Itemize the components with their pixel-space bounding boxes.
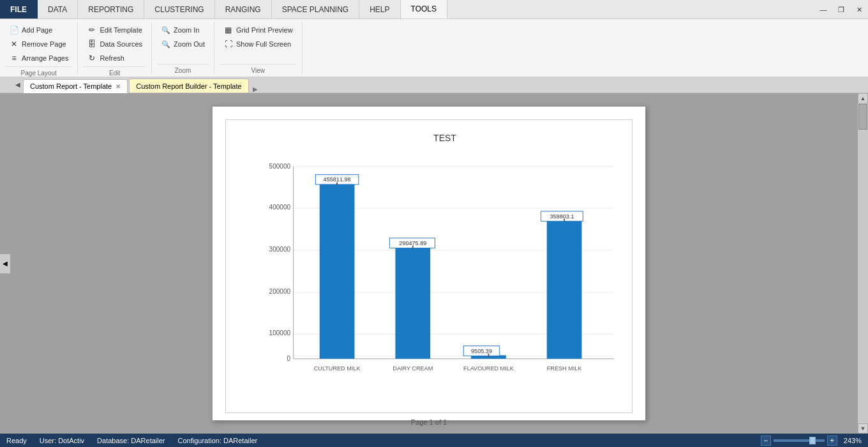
zoom-decrease-button[interactable]: − (761, 436, 771, 446)
svg-text:455811.98: 455811.98 (324, 176, 351, 183)
status-ready: Ready (6, 437, 27, 444)
minimize-button[interactable]: — (814, 3, 832, 17)
page-container: TEST 0 100000 200000 (212, 106, 646, 421)
edit-template-button[interactable]: ✏ Edit Template (83, 23, 146, 37)
edit-label: Edit (83, 66, 146, 77)
page-layout-label: Page Layout (5, 66, 72, 77)
zoom-in-button[interactable]: 🔍 Zoom In (157, 23, 209, 37)
close-button[interactable]: ✕ (850, 3, 868, 17)
bar-fresh-milk (547, 220, 582, 359)
main-content-area: ◀ TEST 0 (0, 93, 868, 434)
zoom-control: − + 243% (761, 436, 862, 446)
scroll-thumb[interactable] (858, 104, 867, 130)
status-right: − + 243% (761, 436, 862, 446)
svg-text:400000: 400000 (269, 204, 291, 211)
status-configuration: Configuration: DARetailer (177, 437, 257, 444)
data-sources-icon: 🗄 (87, 39, 97, 49)
scroll-down-button[interactable]: ▼ (858, 423, 868, 434)
tab-help[interactable]: HELP (359, 0, 400, 19)
bar-cultured-milk (320, 183, 355, 359)
page-footer: Page 1 of 1 (225, 413, 632, 426)
grid-print-preview-icon: ▦ (223, 25, 234, 35)
data-sources-button[interactable]: 🗄 Data Sources (83, 37, 146, 51)
ribbon-group-edit: ✏ Edit Template 🗄 Data Sources ↻ Refresh… (78, 22, 152, 74)
tab-file[interactable]: FILE (0, 0, 38, 19)
show-full-screen-button[interactable]: ⛶ Show Full Screen (220, 37, 297, 51)
document-tabs-bar: ◀ Custom Report - Template ✕ Custom Repo… (0, 77, 868, 93)
tab-data[interactable]: DATA (38, 0, 78, 19)
tab-reporting[interactable]: REPORTING (78, 0, 144, 19)
grid-print-preview-button[interactable]: ▦ Grid Print Preview (220, 23, 297, 37)
doc-tab-custom-report-template[interactable]: Custom Report - Template ✕ (23, 79, 128, 93)
svg-text:200000: 200000 (269, 288, 291, 295)
zoom-slider-thumb[interactable] (809, 437, 816, 444)
zoom-increase-button[interactable]: + (827, 436, 837, 446)
doc-tab-label: Custom Report - Template (30, 82, 112, 90)
x-label-cultured-milk: CULTURED MILK (314, 365, 361, 372)
add-page-button[interactable]: 📄 Add Page (5, 23, 72, 37)
tab-clustering[interactable]: CLUSTERING (144, 0, 214, 19)
arrange-pages-icon: ≡ (9, 53, 19, 63)
zoom-level: 243% (844, 437, 862, 444)
scroll-up-button[interactable]: ▲ (858, 93, 868, 103)
scroll-left-button[interactable]: ◀ (0, 254, 10, 273)
ribbon-group-page-layout: 📄 Add Page ✕ Remove Page ≡ Arrange Pages… (0, 22, 78, 74)
zoom-out-button[interactable]: 🔍 Zoom Out (157, 37, 209, 51)
vertical-scrollbar[interactable]: ▲ ▼ (858, 93, 868, 434)
refresh-icon: ↻ (87, 53, 97, 63)
view-label: View (220, 64, 297, 74)
add-page-icon: 📄 (9, 25, 19, 35)
tab-tools[interactable]: TOOLS (401, 0, 447, 19)
zoom-out-icon: 🔍 (161, 39, 171, 49)
svg-text:0: 0 (287, 355, 290, 362)
doc-tab-close[interactable]: ✕ (116, 83, 121, 90)
svg-text:359803.1: 359803.1 (550, 213, 574, 220)
zoom-in-icon: 🔍 (161, 25, 171, 35)
x-label-fresh-milk: FRESH MILK (547, 365, 582, 372)
svg-text:290475.89: 290475.89 (399, 240, 426, 246)
doc-tab-scroll-right[interactable]: ▶ (253, 86, 258, 93)
x-label-flavoured-milk: FLAVOURED MILK (463, 365, 514, 372)
arrange-pages-button[interactable]: ≡ Arrange Pages (5, 51, 72, 65)
status-user: User: DotActiv (40, 437, 84, 444)
show-full-screen-icon: ⛶ (223, 39, 234, 49)
svg-text:300000: 300000 (269, 246, 291, 253)
tab-scroll-left[interactable]: ◀ (13, 77, 23, 93)
content-area: TEST 0 100000 200000 (0, 93, 858, 434)
chart-svg: 0 100000 200000 300000 400000 500000 455… (264, 149, 625, 405)
svg-text:100000: 100000 (269, 330, 291, 337)
ribbon-group-view: ▦ Grid Print Preview ⛶ Show Full Screen … (214, 22, 303, 74)
refresh-button[interactable]: ↻ Refresh (83, 51, 146, 65)
remove-page-button[interactable]: ✕ Remove Page (5, 37, 72, 51)
status-database: Database: DARetailer (97, 437, 165, 444)
restore-button[interactable]: ❐ (832, 3, 850, 17)
tab-ranging[interactable]: RANGING (215, 0, 272, 19)
zoom-slider[interactable] (774, 439, 825, 442)
status-bar: Ready User: DotActiv Database: DARetaile… (0, 434, 868, 447)
zoom-label: Zoom (157, 64, 209, 74)
remove-page-icon: ✕ (9, 39, 19, 49)
chart-container: TEST 0 100000 200000 (225, 119, 632, 413)
doc-tab-custom-report-builder[interactable]: Custom Report Builder - Template (129, 79, 248, 93)
bar-dairy-cream (395, 247, 430, 359)
tab-space-planning[interactable]: SPACE PLANNING (272, 0, 359, 19)
x-label-dairy-cream: DAIRY CREAM (393, 365, 433, 372)
doc-tab-label-2: Custom Report Builder - Template (136, 82, 241, 90)
chart-title: TEST (264, 133, 625, 143)
svg-text:9505.39: 9505.39 (471, 348, 492, 354)
edit-template-icon: ✏ (87, 25, 97, 35)
svg-text:500000: 500000 (269, 163, 291, 170)
ribbon-group-zoom: 🔍 Zoom In 🔍 Zoom Out Zoom (152, 22, 214, 74)
